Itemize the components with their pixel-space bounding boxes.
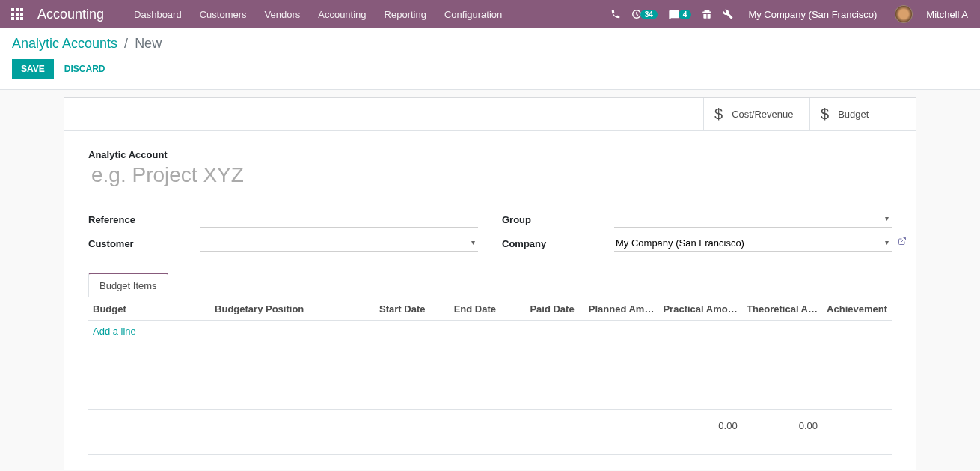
- stat-label: Budget: [838, 109, 869, 120]
- customer-input[interactable]: [200, 235, 478, 252]
- svg-rect-1: [16, 8, 19, 11]
- external-link-icon[interactable]: [898, 237, 907, 248]
- add-line-link[interactable]: Add a line: [93, 326, 136, 337]
- svg-rect-8: [20, 17, 23, 20]
- total-theoretical: 0.00: [742, 409, 822, 454]
- svg-rect-6: [11, 17, 14, 20]
- nav-item-dashboard[interactable]: Dashboard: [125, 0, 191, 28]
- col-budget[interactable]: Budget: [88, 297, 210, 321]
- nav-item-customers[interactable]: Customers: [191, 0, 256, 28]
- col-paid-date[interactable]: Paid Date: [500, 297, 579, 321]
- svg-rect-7: [16, 17, 19, 20]
- nav-menu: Dashboard Customers Vendors Accounting R…: [125, 0, 511, 28]
- col-achievement[interactable]: Achievement: [822, 297, 892, 321]
- activities-icon[interactable]: 34: [631, 9, 658, 19]
- group-label: Group: [502, 214, 614, 225]
- notebook: Budget Items Budget Budgetary Position S…: [88, 272, 892, 455]
- dollar-icon: $: [821, 106, 829, 123]
- svg-line-10: [901, 238, 906, 243]
- phone-icon[interactable]: [610, 9, 621, 19]
- control-panel: Analytic Accounts / New SAVE DISCARD: [0, 28, 980, 90]
- stat-button-budget[interactable]: $ Budget: [809, 98, 916, 130]
- col-end-date[interactable]: End Date: [430, 297, 501, 321]
- company-input[interactable]: [614, 235, 892, 252]
- nav-item-configuration[interactable]: Configuration: [435, 0, 511, 28]
- breadcrumb-parent[interactable]: Analytic Accounts: [12, 36, 117, 51]
- nav-item-accounting[interactable]: Accounting: [309, 0, 375, 28]
- svg-rect-3: [11, 13, 14, 16]
- systray: 34 4 My Company (San Francisco) Mitchell…: [610, 5, 974, 23]
- gift-icon[interactable]: [702, 9, 712, 19]
- col-practical-amount[interactable]: Practical Amo…: [658, 297, 741, 321]
- svg-rect-2: [20, 8, 23, 11]
- company-label: Company: [502, 238, 614, 249]
- button-box: $ Cost/Revenue $ Budget: [64, 98, 916, 131]
- app-title[interactable]: Accounting: [37, 7, 104, 22]
- company-switcher[interactable]: My Company (San Francisco): [748, 9, 877, 20]
- col-planned-amount[interactable]: Planned Am…: [579, 297, 659, 321]
- breadcrumb-separator: /: [124, 36, 128, 51]
- stat-button-cost-revenue[interactable]: $ Cost/Revenue: [703, 98, 809, 130]
- activities-badge: 34: [640, 10, 658, 19]
- form-sheet: $ Cost/Revenue $ Budget Analytic Account…: [64, 97, 916, 470]
- analytic-account-input[interactable]: [88, 162, 410, 189]
- messages-icon[interactable]: 4: [668, 9, 692, 19]
- discard-button[interactable]: DISCARD: [61, 59, 108, 79]
- user-avatar[interactable]: [895, 5, 913, 23]
- stat-label: Cost/Revenue: [732, 109, 793, 120]
- messages-badge: 4: [679, 10, 692, 19]
- customer-label: Customer: [88, 238, 200, 249]
- breadcrumb: Analytic Accounts / New: [12, 36, 968, 52]
- tab-budget-items[interactable]: Budget Items: [88, 273, 168, 297]
- nav-item-reporting[interactable]: Reporting: [376, 0, 435, 28]
- save-button[interactable]: SAVE: [12, 59, 54, 79]
- reference-input[interactable]: [200, 211, 478, 228]
- col-start-date[interactable]: Start Date: [352, 297, 430, 321]
- analytic-account-label: Analytic Account: [88, 149, 892, 160]
- breadcrumb-current: New: [135, 36, 162, 51]
- user-name[interactable]: Mitchell A: [926, 9, 968, 20]
- svg-rect-5: [20, 13, 23, 16]
- budget-items-table: Budget Budgetary Position Start Date End…: [88, 297, 892, 454]
- svg-rect-4: [16, 13, 19, 16]
- dollar-icon: $: [714, 106, 723, 123]
- nav-item-vendors[interactable]: Vendors: [256, 0, 310, 28]
- col-theoretical-amount[interactable]: Theoretical A…: [742, 297, 822, 321]
- col-budgetary-position[interactable]: Budgetary Position: [210, 297, 352, 321]
- total-practical: 0.00: [658, 409, 741, 454]
- tools-icon[interactable]: [723, 9, 733, 19]
- apps-icon[interactable]: [6, 3, 28, 25]
- group-input[interactable]: [614, 211, 892, 228]
- reference-label: Reference: [88, 214, 200, 225]
- top-navbar: Accounting Dashboard Customers Vendors A…: [0, 0, 980, 28]
- svg-rect-0: [11, 8, 14, 11]
